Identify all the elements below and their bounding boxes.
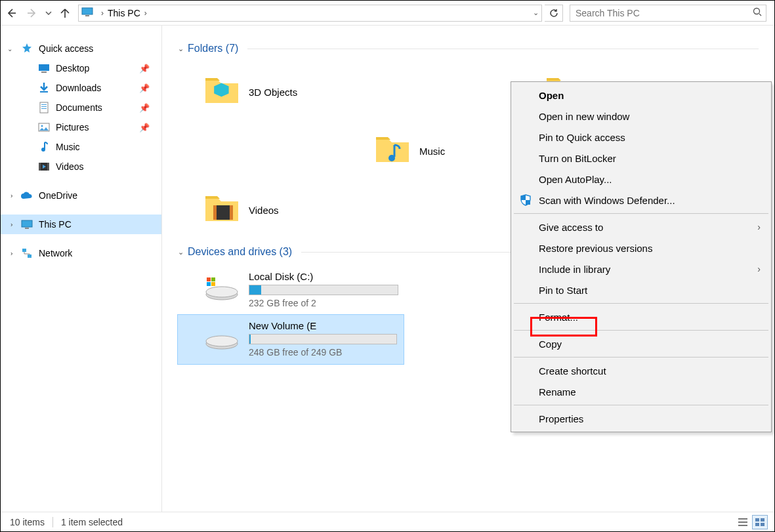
pin-icon: 📌 [139, 103, 150, 113]
navigation-pane: ⌄ Quick access Desktop 📌 Downloads 📌 Doc… [1, 26, 162, 512]
svg-rect-7 [41, 104, 47, 105]
search-box[interactable] [570, 5, 766, 22]
chevron-down-icon: ⌄ [178, 45, 184, 53]
ctx-restore-versions[interactable]: Restore previous versions [513, 237, 770, 258]
ctx-pin-quick-access[interactable]: Pin to Quick access [513, 127, 770, 148]
svg-rect-18 [22, 249, 26, 252]
nav-label: Desktop [56, 63, 89, 73]
svg-rect-45 [755, 523, 759, 526]
svg-point-12 [41, 148, 45, 152]
drive-icon [204, 324, 240, 353]
ctx-give-access[interactable]: Give access to› [513, 216, 770, 237]
folder-3d-objects[interactable]: 3D Objects [178, 62, 348, 121]
ctx-bitlocker[interactable]: Turn on BitLocker [513, 148, 770, 169]
drive-local-c[interactable]: Local Disk (C:) 232 GB free of 2 [178, 266, 405, 315]
context-menu: Open Open in new window Pin to Quick acc… [511, 81, 772, 432]
desktop-icon [37, 62, 51, 75]
ctx-pin-start[interactable]: Pin to Start [513, 279, 770, 300]
folder-icon [204, 74, 240, 110]
drive-free-text: 232 GB free of 2 [249, 298, 398, 308]
drive-usage-bar [249, 334, 397, 344]
svg-rect-41 [738, 522, 747, 523]
pin-icon: 📌 [139, 64, 150, 73]
ctx-create-shortcut[interactable]: Create shortcut [513, 360, 770, 381]
nav-this-pc[interactable]: ⌄ This PC [1, 215, 161, 234]
nav-label: Network [39, 248, 72, 258]
document-icon [37, 101, 51, 114]
breadcrumb[interactable]: › This PC › ⌄ [78, 5, 542, 22]
nav-music[interactable]: Music [1, 137, 161, 157]
drive-name: New Volume (E [249, 320, 397, 331]
nav-up-button[interactable] [54, 3, 75, 24]
group-folders[interactable]: ⌄ Folders (7) [178, 43, 759, 54]
nav-quick-access[interactable]: ⌄ Quick access [1, 39, 161, 58]
picture-icon [37, 121, 51, 134]
nav-downloads[interactable]: Downloads 📌 [1, 78, 161, 98]
chevron-down-icon[interactable]: ⌄ [533, 9, 539, 17]
svg-rect-19 [28, 255, 31, 258]
folder-icon [375, 133, 410, 169]
chevron-right-icon[interactable]: ⌄ [7, 222, 14, 227]
svg-rect-15 [47, 163, 49, 171]
nav-documents[interactable]: Documents 📌 [1, 98, 161, 117]
view-large-icons-button[interactable] [752, 515, 768, 529]
svg-rect-1 [85, 15, 89, 16]
nav-pictures[interactable]: Pictures 📌 [1, 117, 161, 137]
ctx-copy[interactable]: Copy [513, 333, 770, 354]
chevron-down-icon[interactable]: ⌄ [7, 45, 12, 52]
ctx-defender[interactable]: Scan with Windows Defender... [513, 190, 770, 211]
search-input[interactable] [574, 7, 753, 19]
status-bar: 10 items 1 item selected [1, 512, 774, 531]
chevron-right-icon[interactable]: ⌄ [7, 251, 14, 256]
drive-new-volume-e[interactable]: New Volume (E 248 GB free of 249 GB [177, 314, 404, 365]
chevron-right-icon: › [757, 264, 761, 274]
svg-rect-3 [39, 64, 49, 71]
folder-icon [204, 192, 240, 228]
ctx-properties[interactable]: Properties [513, 408, 770, 429]
ctx-open-new-window[interactable]: Open in new window [513, 106, 770, 127]
ctx-include-library[interactable]: Include in library› [513, 258, 770, 279]
nav-desktop[interactable]: Desktop 📌 [1, 58, 161, 78]
folder-videos[interactable]: Videos [178, 180, 348, 239]
pin-icon: 📌 [139, 83, 150, 93]
chevron-right-icon: › [757, 222, 761, 232]
nav-label: OneDrive [39, 190, 77, 201]
svg-rect-14 [39, 163, 41, 171]
nav-network[interactable]: ⌄ Network [1, 243, 161, 263]
svg-rect-27 [213, 205, 217, 220]
nav-videos[interactable]: Videos [1, 157, 161, 176]
folder-label: Music [419, 146, 445, 157]
nav-onedrive[interactable]: ⌄ OneDrive [1, 186, 161, 205]
svg-point-25 [388, 155, 395, 161]
svg-point-11 [41, 125, 43, 127]
ctx-format[interactable]: Format... [513, 306, 770, 327]
nav-back-button[interactable] [1, 3, 22, 24]
svg-point-37 [206, 336, 238, 346]
nav-forward-button[interactable] [22, 3, 43, 24]
ctx-open[interactable]: Open [513, 85, 770, 106]
nav-label: Music [56, 142, 80, 152]
svg-rect-38 [521, 195, 526, 200]
chevron-right-icon[interactable]: ⌄ [7, 193, 14, 198]
status-item-count: 10 items [10, 517, 45, 527]
network-icon [20, 247, 33, 260]
folder-music[interactable]: Music [348, 121, 519, 180]
svg-rect-35 [211, 282, 215, 286]
svg-rect-44 [761, 518, 765, 522]
address-bar: › This PC › ⌄ [1, 1, 774, 26]
view-details-button[interactable] [735, 515, 751, 529]
star-icon [20, 42, 33, 55]
breadcrumb-location[interactable]: This PC [108, 8, 140, 18]
group-label: Folders (7) [188, 43, 238, 54]
group-label: Devices and drives (3) [188, 246, 292, 258]
ctx-autoplay[interactable]: Open AutoPlay... [513, 169, 770, 190]
drive-icon [204, 275, 240, 304]
pin-icon: 📌 [139, 123, 150, 133]
video-icon [37, 160, 51, 173]
refresh-button[interactable] [545, 5, 563, 22]
nav-recent-dropdown[interactable] [43, 3, 54, 24]
ctx-rename[interactable]: Rename [513, 381, 770, 402]
svg-rect-5 [40, 91, 48, 92]
svg-rect-40 [738, 518, 747, 520]
music-icon [37, 140, 51, 153]
